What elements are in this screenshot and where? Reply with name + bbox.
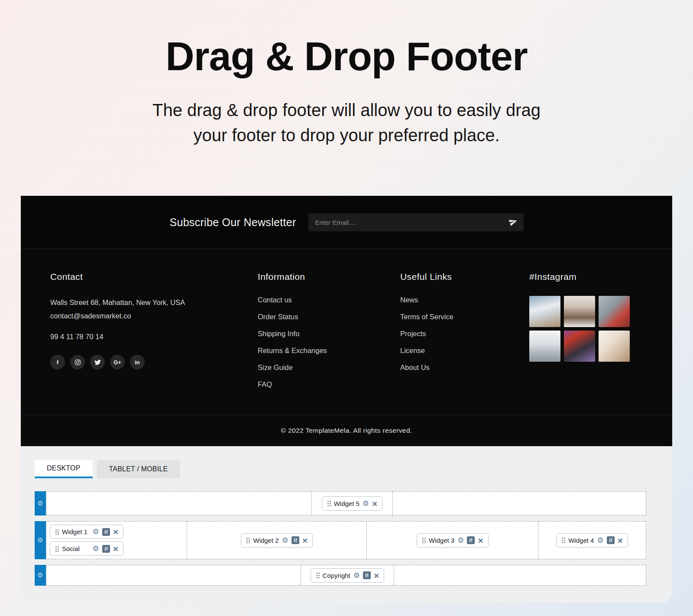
gear-icon[interactable]: ⚙ — [457, 537, 464, 544]
widget-chip-copyright[interactable]: Copyright ⚙ × — [311, 568, 385, 583]
footer-link[interactable]: Contact us — [258, 296, 400, 304]
widget-chip-social[interactable]: Social ⚙ × — [50, 541, 123, 556]
drag-handle-icon[interactable] — [55, 529, 59, 535]
footer-builder: DESKTOP TABLET / MOBILE ⚙ Widget 5 ⚙ × — [21, 446, 672, 603]
twitter-icon[interactable] — [90, 355, 105, 370]
drop-cell[interactable]: Copyright ⚙ × — [301, 565, 394, 585]
instagram-photo-mechanic[interactable] — [599, 296, 630, 327]
instagram-icon[interactable] — [70, 355, 85, 370]
drop-cell[interactable] — [393, 492, 646, 515]
widget-chip-widget-3[interactable]: Widget 3 ⚙ × — [417, 533, 489, 548]
close-icon[interactable]: × — [618, 536, 623, 545]
close-icon[interactable]: × — [113, 527, 118, 536]
close-icon[interactable]: × — [478, 536, 483, 545]
footer-link[interactable]: News — [400, 296, 529, 304]
gear-icon[interactable]: ⚙ — [363, 500, 369, 507]
footer-preview: Subscribe Our Newsletter Contact Walls S… — [21, 196, 672, 446]
footer-link[interactable]: Shipping Info — [258, 330, 400, 338]
linkedin-icon[interactable]: in — [130, 355, 145, 370]
email-input[interactable] — [315, 219, 509, 226]
gear-icon[interactable]: ⚙ — [92, 528, 99, 535]
widget-label: Widget 3 — [429, 537, 454, 544]
close-icon[interactable]: × — [113, 544, 118, 553]
builder-row-2: ⚙ Widget 1 ⚙ × — [35, 521, 646, 559]
gear-icon[interactable]: ⚙ — [353, 572, 360, 579]
sliders-icon[interactable] — [467, 536, 475, 544]
drop-cell[interactable]: Widget 2 ⚙ × — [187, 522, 367, 559]
row-settings-bar[interactable]: ⚙ — [35, 565, 46, 586]
sliders-icon[interactable] — [291, 536, 299, 544]
instagram-photo-girl-glasses[interactable] — [564, 296, 595, 327]
drag-handle-icon[interactable] — [422, 537, 426, 543]
drag-handle-icon[interactable] — [316, 572, 320, 578]
information-heading: Information — [258, 272, 400, 282]
footer-link[interactable]: License — [400, 347, 529, 355]
drop-cell[interactable]: Widget 1 ⚙ × Social ⚙ — [46, 522, 187, 559]
widget-chip-widget-4[interactable]: Widget 4 ⚙ × — [556, 533, 628, 548]
drop-cell[interactable]: Widget 5 ⚙ × — [312, 492, 393, 515]
tab-desktop[interactable]: DESKTOP — [35, 460, 93, 478]
footer-link[interactable]: Terms of Service — [400, 313, 529, 321]
footer-demo-panel: Subscribe Our Newsletter Contact Walls S… — [21, 196, 672, 603]
row-settings-bar[interactable]: ⚙ — [35, 521, 46, 559]
instagram-photo-cyclist[interactable] — [529, 296, 560, 327]
drop-cell[interactable]: Widget 4 ⚙ × — [538, 522, 646, 559]
widget-chip-widget-1[interactable]: Widget 1 ⚙ × — [50, 525, 123, 539]
sliders-icon[interactable] — [102, 545, 110, 553]
contact-column: Contact Walls Street 68, Mahattan, New Y… — [50, 272, 258, 397]
builder-rows: ⚙ Widget 5 ⚙ × — [35, 491, 646, 586]
instagram-photo-firefighter[interactable] — [564, 331, 595, 362]
drop-cell[interactable] — [394, 565, 646, 585]
google-plus-icon[interactable]: G+ — [110, 355, 125, 370]
facebook-icon[interactable]: f — [50, 355, 65, 370]
drag-handle-icon[interactable] — [327, 500, 331, 506]
newsletter-title: Subscribe Our Newsletter — [169, 216, 296, 229]
widget-label: Copyright — [323, 572, 350, 579]
sliders-icon[interactable] — [607, 536, 615, 544]
footer-link[interactable]: Size Guide — [258, 363, 400, 372]
footer-link[interactable]: Projects — [400, 330, 529, 338]
drag-handle-icon[interactable] — [561, 537, 565, 543]
gear-icon[interactable]: ⚙ — [37, 500, 43, 507]
widget-chip-widget-2[interactable]: Widget 2 ⚙ × — [241, 533, 313, 548]
footer-link[interactable]: Order Status — [258, 313, 400, 321]
instagram-photo-bedroom[interactable] — [529, 331, 560, 362]
social-links: f G+ in — [50, 355, 258, 370]
widget-chip-widget-5[interactable]: Widget 5 ⚙ × — [322, 496, 383, 511]
instagram-heading: #Instagram — [529, 272, 643, 282]
gear-icon[interactable]: ⚙ — [37, 537, 43, 544]
instagram-photo-wedding[interactable] — [599, 331, 630, 362]
close-icon[interactable]: × — [374, 571, 379, 580]
footer-link[interactable]: About Us — [400, 363, 529, 372]
drop-cell[interactable] — [46, 565, 301, 585]
sliders-icon[interactable] — [102, 528, 110, 536]
footer-columns: Contact Walls Street 68, Mahattan, New Y… — [21, 249, 672, 415]
gear-icon[interactable]: ⚙ — [597, 537, 603, 544]
contact-phone[interactable]: 99 4 11 78 70 14 — [50, 333, 258, 341]
drop-cell[interactable] — [46, 492, 312, 515]
tab-tablet-mobile[interactable]: TABLET / MOBILE — [97, 460, 180, 478]
gear-icon[interactable]: ⚙ — [282, 537, 288, 544]
contact-email[interactable]: contact@sadesmarket.co — [50, 309, 258, 323]
close-icon[interactable]: × — [372, 499, 377, 508]
footer-link[interactable]: FAQ — [258, 380, 400, 389]
subtitle-line-1: The drag & drop footer will allow you to… — [152, 101, 541, 120]
builder-row-3: ⚙ Copyright ⚙ × — [35, 565, 646, 586]
row-body: Copyright ⚙ × — [46, 565, 646, 586]
sliders-icon[interactable] — [363, 571, 371, 579]
row-settings-bar[interactable]: ⚙ — [35, 491, 46, 515]
copyright-bar: © 2022 TemplateMela. All rights reserved… — [21, 415, 672, 446]
footer-link[interactable]: Returns & Exchanges — [258, 347, 400, 355]
gear-icon[interactable]: ⚙ — [92, 545, 99, 552]
drag-handle-icon[interactable] — [55, 546, 59, 552]
gear-icon[interactable]: ⚙ — [37, 572, 43, 579]
instagram-column: #Instagram — [529, 272, 643, 397]
send-button[interactable] — [509, 217, 518, 227]
close-icon[interactable]: × — [302, 536, 308, 545]
facebook-glyph: f — [57, 359, 58, 366]
widget-label: Widget 5 — [334, 500, 359, 507]
useful-links: News Terms of Service Projects License A… — [400, 296, 529, 372]
drag-handle-icon[interactable] — [246, 537, 250, 543]
information-links: Contact us Order Status Shipping Info Re… — [258, 296, 400, 389]
drop-cell[interactable]: Widget 3 ⚙ × — [367, 522, 538, 559]
